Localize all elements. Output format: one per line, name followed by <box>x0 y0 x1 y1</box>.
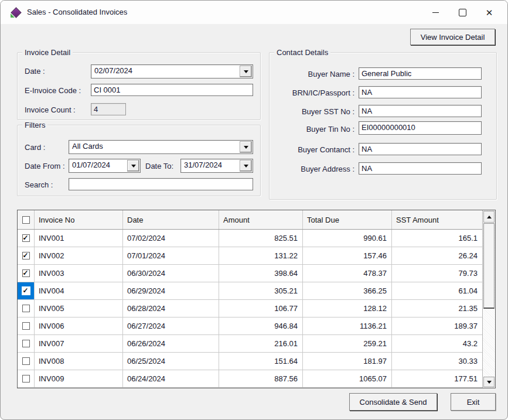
cell-amount[interactable]: 106.77 <box>219 300 303 317</box>
cell-amount[interactable]: 946.84 <box>219 317 303 334</box>
date-to-combobox[interactable]: 31/07/2024 <box>180 159 253 173</box>
maximize-button[interactable] <box>449 1 476 24</box>
buyer-tin-no-field[interactable]: EI00000000010 <box>359 121 482 135</box>
cell-amount[interactable]: 305.21 <box>219 282 303 299</box>
buyer-name-field[interactable]: General Public <box>359 67 482 80</box>
cell-sst-amount[interactable]: 43.2 <box>392 335 482 352</box>
app-icon[interactable] <box>11 7 21 18</box>
row-checkbox-cell[interactable] <box>18 282 35 299</box>
column-header-sst-amount[interactable]: SST Amount <box>392 210 482 229</box>
column-header-total-due[interactable]: Total Due <box>303 210 392 229</box>
cell-date[interactable]: 06/29/2024 <box>123 282 219 299</box>
cell-amount[interactable]: 151.64 <box>219 353 303 370</box>
row-checkbox-cell[interactable] <box>18 317 35 334</box>
consolidate-and-send-button[interactable]: Consolidate & Send <box>349 393 437 411</box>
row-checkbox[interactable] <box>22 340 30 347</box>
cell-date[interactable]: 07/01/2024 <box>123 247 219 264</box>
column-header-invoice-no[interactable]: Invoice No <box>35 210 123 229</box>
card-combobox[interactable]: All Cards <box>69 140 253 154</box>
cell-amount[interactable]: 131.22 <box>219 247 303 264</box>
cell-sst-amount[interactable]: 26.24 <box>392 247 482 264</box>
search-input[interactable] <box>69 178 253 190</box>
row-checkbox-cell[interactable] <box>18 335 35 352</box>
scrollbar-down-button[interactable] <box>483 377 495 387</box>
row-checkbox-cell[interactable] <box>18 300 35 317</box>
cell-invoice-no[interactable]: INV003 <box>35 265 123 282</box>
cell-total-due[interactable]: 1136.21 <box>303 317 392 334</box>
card-dropdown-button[interactable] <box>240 141 252 153</box>
column-header-date[interactable]: Date <box>123 210 219 229</box>
row-checkbox[interactable] <box>22 287 30 295</box>
cell-date[interactable]: 06/30/2024 <box>123 265 219 282</box>
select-all-checkbox[interactable] <box>22 216 30 224</box>
row-checkbox[interactable] <box>22 234 30 242</box>
cell-sst-amount[interactable]: 189.37 <box>392 317 482 334</box>
buyer-contact-label: Buyer Contanct : <box>275 145 354 154</box>
row-checkbox-cell[interactable] <box>18 353 35 370</box>
cell-total-due[interactable]: 1065.07 <box>303 370 392 387</box>
cell-total-due[interactable]: 478.37 <box>303 265 392 282</box>
row-checkbox-cell[interactable] <box>18 265 35 282</box>
row-checkbox-cell[interactable] <box>18 247 35 264</box>
row-checkbox[interactable] <box>22 269 30 277</box>
cell-date[interactable]: 07/02/2024 <box>123 230 219 247</box>
cell-sst-amount[interactable]: 30.33 <box>392 353 482 370</box>
cell-total-due[interactable]: 366.25 <box>303 282 392 299</box>
cell-date[interactable]: 06/27/2024 <box>123 317 219 334</box>
cell-invoice-no[interactable]: INV009 <box>35 370 123 387</box>
invoice-date-dropdown-button[interactable] <box>240 66 252 77</box>
row-checkbox-cell[interactable] <box>18 230 35 247</box>
row-checkbox[interactable] <box>22 375 30 383</box>
cell-date[interactable]: 06/26/2024 <box>123 335 219 352</box>
row-checkbox[interactable] <box>22 322 30 330</box>
cell-sst-amount[interactable]: 21.35 <box>392 300 482 317</box>
row-checkbox[interactable] <box>22 252 30 259</box>
cell-date[interactable]: 06/25/2024 <box>123 353 219 370</box>
cell-invoice-no[interactable]: INV005 <box>35 300 123 317</box>
scrollbar-up-button[interactable] <box>483 211 495 223</box>
date-from-value: 01/07/2024 <box>69 159 127 172</box>
cell-sst-amount[interactable]: 61.04 <box>392 282 482 299</box>
column-header-amount[interactable]: Amount <box>219 210 303 229</box>
date-from-combobox[interactable]: 01/07/2024 <box>69 159 141 173</box>
date-to-dropdown-button[interactable] <box>240 160 252 172</box>
close-icon: ✕ <box>486 8 493 17</box>
cell-total-due[interactable]: 181.97 <box>303 353 392 370</box>
cell-total-due[interactable]: 128.12 <box>303 300 392 317</box>
cell-sst-amount[interactable]: 177.51 <box>392 370 482 387</box>
buyer-address-field[interactable]: NA <box>359 162 482 175</box>
cell-invoice-no[interactable]: INV002 <box>35 247 123 264</box>
buyer-name-label: Buyer Name : <box>275 70 354 78</box>
einvoice-code-field[interactable]: CI 0001 <box>91 84 253 96</box>
cell-invoice-no[interactable]: INV008 <box>35 353 123 370</box>
invoice-date-combobox[interactable]: 02/07/2024 <box>91 64 253 78</box>
cell-sst-amount[interactable]: 79.73 <box>392 265 482 282</box>
cell-date[interactable]: 06/24/2024 <box>123 370 219 387</box>
cell-amount[interactable]: 887.56 <box>219 370 303 387</box>
cell-invoice-no[interactable]: INV006 <box>35 317 123 334</box>
row-checkbox[interactable] <box>22 357 30 365</box>
exit-button[interactable]: Exit <box>451 393 496 411</box>
cell-invoice-no[interactable]: INV001 <box>35 230 123 247</box>
cell-invoice-no[interactable]: INV007 <box>35 335 123 352</box>
buyer-sst-no-field[interactable]: NA <box>359 105 482 117</box>
cell-total-due[interactable]: 990.61 <box>303 230 392 247</box>
brn-ic-passport-field[interactable]: NA <box>359 86 482 98</box>
cell-invoice-no[interactable]: INV004 <box>35 282 123 299</box>
view-invoice-detail-button[interactable]: View Invoice Detail <box>410 29 495 45</box>
row-checkbox-cell[interactable] <box>18 370 35 387</box>
scrollbar-thumb[interactable] <box>483 223 495 309</box>
buyer-contact-field[interactable]: NA <box>359 143 482 155</box>
grid-vertical-scrollbar[interactable] <box>482 210 495 388</box>
cell-amount[interactable]: 216.01 <box>219 335 303 352</box>
cell-total-due[interactable]: 157.46 <box>303 247 392 264</box>
minimize-button[interactable] <box>422 1 449 24</box>
cell-total-due[interactable]: 259.21 <box>303 335 392 352</box>
cell-date[interactable]: 06/28/2024 <box>123 300 219 317</box>
date-from-dropdown-button[interactable] <box>127 160 139 172</box>
close-button[interactable]: ✕ <box>476 1 503 24</box>
cell-sst-amount[interactable]: 165.1 <box>392 230 482 247</box>
row-checkbox[interactable] <box>22 305 30 312</box>
cell-amount[interactable]: 398.64 <box>219 265 303 282</box>
cell-amount[interactable]: 825.51 <box>219 230 303 247</box>
